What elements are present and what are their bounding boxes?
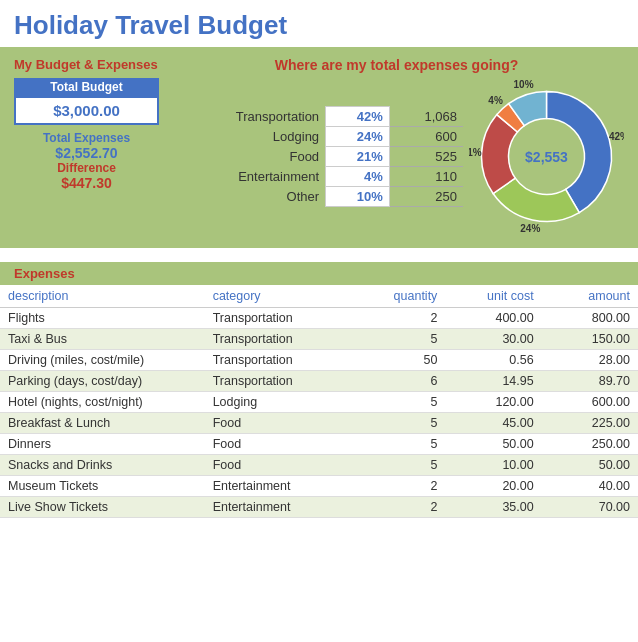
- cell-category: Transportation: [205, 371, 361, 392]
- cell-quantity: 50: [361, 350, 445, 371]
- cat-amt: 1,068: [389, 107, 463, 127]
- cell-quantity: 5: [361, 392, 445, 413]
- cell-category: Entertainment: [205, 476, 361, 497]
- col-category: category: [205, 285, 361, 308]
- cell-unit-cost: 30.00: [445, 329, 541, 350]
- cell-category: Transportation: [205, 308, 361, 329]
- cell-unit-cost: 45.00: [445, 413, 541, 434]
- cat-pct: 21%: [326, 147, 390, 167]
- cell-description: Taxi & Bus: [0, 329, 205, 350]
- cat-pct: 10%: [326, 187, 390, 207]
- cat-amt: 525: [389, 147, 463, 167]
- cell-unit-cost: 0.56: [445, 350, 541, 371]
- cell-amount: 89.70: [542, 371, 638, 392]
- expenses-section: Expenses description category quantity u…: [0, 262, 638, 518]
- cell-description: Hotel (nights, cost/night): [0, 392, 205, 413]
- total-budget-label: Total Budget: [14, 78, 159, 96]
- cat-pct: 4%: [326, 167, 390, 187]
- cell-quantity: 6: [361, 371, 445, 392]
- cell-quantity: 2: [361, 476, 445, 497]
- donut-label: 10%: [514, 79, 534, 90]
- cell-amount: 600.00: [542, 392, 638, 413]
- donut-label: 21%: [469, 147, 482, 158]
- total-budget-value: $3,000.00: [14, 96, 159, 125]
- cell-quantity: 5: [361, 329, 445, 350]
- table-row: Live Show Tickets Entertainment 2 35.00 …: [0, 497, 638, 518]
- donut-label: 24%: [520, 223, 540, 234]
- table-row: Breakfast & Lunch Food 5 45.00 225.00: [0, 413, 638, 434]
- summary-section: My Budget & Expenses Total Budget $3,000…: [0, 47, 638, 248]
- cat-amt: 110: [389, 167, 463, 187]
- cell-category: Food: [205, 413, 361, 434]
- cat-name: Transportation: [169, 107, 326, 127]
- cell-unit-cost: 50.00: [445, 434, 541, 455]
- col-amount: amount: [542, 285, 638, 308]
- table-row: Flights Transportation 2 400.00 800.00: [0, 308, 638, 329]
- breakdown-area: Where are my total expenses going? Trans…: [169, 57, 624, 234]
- donut-chart: 42%24%21%4%10% $2,553: [469, 79, 624, 234]
- cell-description: Driving (miles, cost/mile): [0, 350, 205, 371]
- cell-amount: 225.00: [542, 413, 638, 434]
- expenses-header: Expenses: [0, 262, 638, 285]
- cell-amount: 70.00: [542, 497, 638, 518]
- category-row: Transportation 42% 1,068: [169, 107, 463, 127]
- cat-pct: 24%: [326, 127, 390, 147]
- cell-description: Flights: [0, 308, 205, 329]
- cell-description: Parking (days, cost/day): [0, 371, 205, 392]
- total-expenses-label: Total Expenses: [14, 131, 159, 145]
- col-unit-cost: unit cost: [445, 285, 541, 308]
- cell-amount: 50.00: [542, 455, 638, 476]
- cell-unit-cost: 400.00: [445, 308, 541, 329]
- expenses-table: description category quantity unit cost …: [0, 285, 638, 518]
- cell-description: Museum Tickets: [0, 476, 205, 497]
- category-breakdown-table: Transportation 42% 1,068 Lodging 24% 600…: [169, 106, 463, 207]
- expenses-table-header: description category quantity unit cost …: [0, 285, 638, 308]
- cat-amt: 600: [389, 127, 463, 147]
- table-row: Museum Tickets Entertainment 2 20.00 40.…: [0, 476, 638, 497]
- cell-unit-cost: 10.00: [445, 455, 541, 476]
- category-row: Lodging 24% 600: [169, 127, 463, 147]
- category-row: Food 21% 525: [169, 147, 463, 167]
- cell-unit-cost: 120.00: [445, 392, 541, 413]
- category-row: Other 10% 250: [169, 187, 463, 207]
- chart-heading: Where are my total expenses going?: [169, 57, 624, 73]
- donut-label: 42%: [609, 131, 624, 142]
- cat-name: Other: [169, 187, 326, 207]
- cat-amt: 250: [389, 187, 463, 207]
- table-row: Snacks and Drinks Food 5 10.00 50.00: [0, 455, 638, 476]
- cell-category: Entertainment: [205, 497, 361, 518]
- donut-label: 4%: [488, 95, 503, 106]
- cell-unit-cost: 20.00: [445, 476, 541, 497]
- table-row: Hotel (nights, cost/night) Lodging 5 120…: [0, 392, 638, 413]
- cell-unit-cost: 14.95: [445, 371, 541, 392]
- col-description: description: [0, 285, 205, 308]
- category-row: Entertainment 4% 110: [169, 167, 463, 187]
- table-row: Dinners Food 5 50.00 250.00: [0, 434, 638, 455]
- cat-name: Food: [169, 147, 326, 167]
- budget-heading: My Budget & Expenses: [14, 57, 159, 72]
- cell-quantity: 2: [361, 497, 445, 518]
- table-row: Driving (miles, cost/mile) Transportatio…: [0, 350, 638, 371]
- breakdown-content: Transportation 42% 1,068 Lodging 24% 600…: [169, 79, 624, 234]
- cat-name: Lodging: [169, 127, 326, 147]
- cat-pct: 42%: [326, 107, 390, 127]
- cell-description: Dinners: [0, 434, 205, 455]
- col-quantity: quantity: [361, 285, 445, 308]
- cell-amount: 800.00: [542, 308, 638, 329]
- cell-quantity: 5: [361, 413, 445, 434]
- page-title: Holiday Travel Budget: [0, 0, 638, 47]
- cell-amount: 250.00: [542, 434, 638, 455]
- difference-value: $447.30: [14, 175, 159, 191]
- cell-category: Food: [205, 434, 361, 455]
- cell-description: Snacks and Drinks: [0, 455, 205, 476]
- cell-amount: 150.00: [542, 329, 638, 350]
- table-row: Taxi & Bus Transportation 5 30.00 150.00: [0, 329, 638, 350]
- cell-quantity: 5: [361, 455, 445, 476]
- cell-amount: 28.00: [542, 350, 638, 371]
- cell-amount: 40.00: [542, 476, 638, 497]
- cell-category: Lodging: [205, 392, 361, 413]
- table-row: Parking (days, cost/day) Transportation …: [0, 371, 638, 392]
- cat-name: Entertainment: [169, 167, 326, 187]
- cell-quantity: 5: [361, 434, 445, 455]
- budget-box: My Budget & Expenses Total Budget $3,000…: [14, 57, 159, 191]
